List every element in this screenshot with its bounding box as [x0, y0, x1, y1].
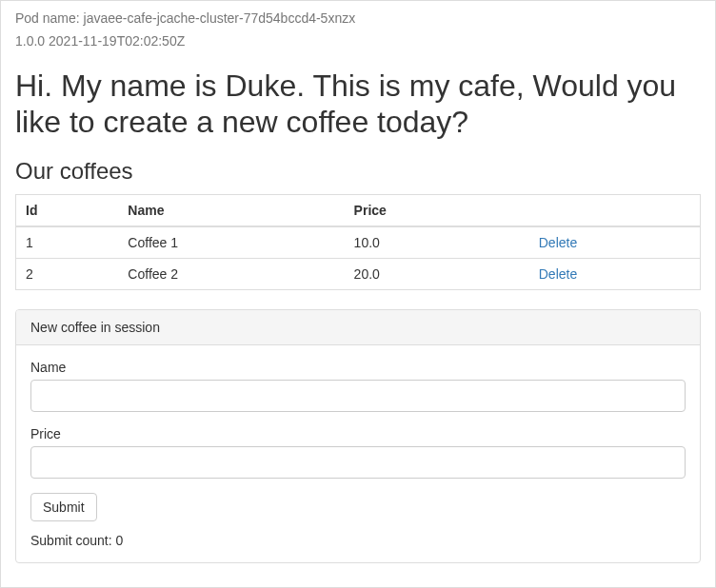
name-input[interactable] — [30, 380, 686, 412]
panel-body: Name Price Submit Submit count: 0 — [16, 345, 700, 562]
name-group: Name — [30, 360, 686, 412]
cell-price: 10.0 — [345, 226, 529, 259]
price-input[interactable] — [30, 446, 686, 479]
cell-id: 2 — [16, 258, 119, 289]
cell-id: 1 — [16, 226, 119, 259]
table-row: 2 Coffee 2 20.0 Delete — [16, 258, 701, 289]
new-coffee-panel: New coffee in session Name Price Submit … — [15, 309, 701, 563]
col-header-id: Id — [16, 194, 119, 226]
cell-price: 20.0 — [345, 258, 529, 289]
coffee-table: Id Name Price 1 Coffee 1 10.0 Delete 2 C… — [15, 194, 701, 290]
version-label: 1.0.0 2021-11-19T02:02:50Z — [15, 33, 701, 49]
price-label: Price — [30, 426, 686, 441]
page-title: Hi. My name is Duke. This is my cafe, Wo… — [15, 68, 701, 141]
pod-name-label: Pod name: javaee-cafe-jcache-cluster-77d… — [15, 10, 701, 26]
app-container: Pod name: javaee-cafe-jcache-cluster-77d… — [0, 0, 716, 588]
cell-name: Coffee 1 — [118, 226, 344, 259]
col-header-actions — [529, 194, 701, 226]
col-header-name: Name — [118, 194, 344, 226]
delete-link[interactable]: Delete — [539, 235, 577, 250]
panel-title: New coffee in session — [16, 310, 700, 345]
col-header-price: Price — [345, 194, 529, 226]
section-title: Our coffees — [15, 158, 701, 185]
delete-link[interactable]: Delete — [539, 266, 577, 282]
table-header-row: Id Name Price — [16, 194, 701, 226]
submit-count-label: Submit count: 0 — [30, 533, 686, 548]
price-group: Price — [30, 426, 686, 479]
name-label: Name — [30, 360, 686, 375]
table-row: 1 Coffee 1 10.0 Delete — [16, 226, 701, 259]
submit-button[interactable]: Submit — [30, 493, 97, 521]
cell-name: Coffee 2 — [118, 258, 344, 289]
